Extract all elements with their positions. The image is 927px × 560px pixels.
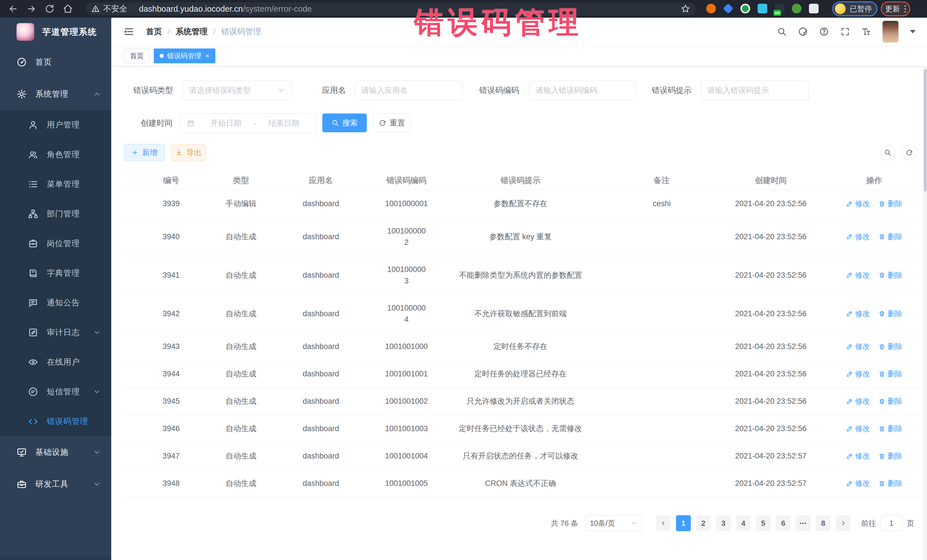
app-name-input[interactable]: [355, 81, 463, 100]
cell-remark: [608, 399, 716, 404]
delete-link[interactable]: 删除: [878, 478, 903, 489]
update-button[interactable]: 更新: [881, 2, 910, 16]
reload-icon[interactable]: [44, 4, 55, 14]
home-icon[interactable]: [63, 4, 73, 14]
hamburger-icon[interactable]: [123, 26, 135, 37]
app-title: 芋道管理系统: [42, 26, 97, 38]
breadcrumb-system[interactable]: 系统管理: [176, 26, 208, 37]
online-user-icon: [28, 357, 38, 367]
bookmark-star-icon[interactable]: [681, 4, 690, 14]
delete-link[interactable]: 删除: [878, 423, 903, 434]
close-tag-icon[interactable]: ×: [205, 52, 209, 59]
extension-gem-icon[interactable]: [723, 3, 734, 14]
sidebar-item-sms[interactable]: 短信管理: [0, 377, 111, 407]
edit-link[interactable]: 修改: [846, 270, 870, 281]
delete-link[interactable]: 删除: [878, 308, 903, 319]
delete-link[interactable]: 删除: [878, 198, 903, 209]
cell-code: 1001001005: [379, 475, 433, 492]
search-icon[interactable]: [777, 27, 787, 36]
page-button-2[interactable]: 2: [696, 515, 711, 531]
page-button-6[interactable]: 6: [776, 515, 791, 531]
refresh-table-button[interactable]: [902, 145, 917, 160]
delete-link[interactable]: 删除: [878, 341, 903, 352]
delete-link[interactable]: 删除: [878, 270, 903, 281]
more-pages-button[interactable]: •••: [796, 515, 811, 531]
profile-badge[interactable]: 已暂停: [832, 2, 877, 16]
cell-app: dashboard: [263, 305, 379, 322]
extension-green-icon[interactable]: [740, 4, 750, 14]
table-row: 3947自动生成dashboard1001001004只有开启状态的任务，才可以…: [123, 443, 923, 470]
edit-link[interactable]: 修改: [846, 308, 870, 319]
page-button-4[interactable]: 4: [736, 515, 751, 531]
export-button[interactable]: 导出: [171, 144, 206, 161]
sidebar-item-menu[interactable]: 菜单管理: [0, 169, 111, 199]
back-icon[interactable]: [8, 4, 18, 14]
edit-link[interactable]: 修改: [846, 231, 870, 242]
user-avatar[interactable]: [883, 21, 898, 42]
sidebar-item-dict[interactable]: 字典管理: [0, 258, 111, 288]
extension-bot-icon[interactable]: [792, 4, 801, 14]
edit-link[interactable]: 修改: [846, 341, 870, 352]
page-button-3[interactable]: 3: [716, 515, 731, 531]
extension-grid-icon[interactable]: [758, 4, 767, 14]
sidebar-item-online-user[interactable]: 在线用户: [0, 347, 111, 377]
cell-hint: 定时任务不存在: [433, 338, 608, 355]
error-code-input[interactable]: [529, 81, 635, 100]
breadcrumb-home[interactable]: 首页: [146, 26, 162, 37]
page-button-1[interactable]: 1: [676, 515, 691, 531]
extension-puzzle-icon[interactable]: [809, 4, 819, 14]
search-button[interactable]: 搜索: [322, 114, 367, 132]
font-size-icon[interactable]: [862, 27, 871, 36]
sidebar-item-infra[interactable]: 基础设施: [0, 436, 111, 468]
delete-link[interactable]: 删除: [878, 231, 903, 242]
sidebar-item-notice[interactable]: 通知公告: [0, 288, 111, 318]
edit-link[interactable]: 修改: [846, 423, 870, 434]
cell-id: 3941: [123, 267, 220, 284]
fullscreen-icon[interactable]: [840, 27, 850, 36]
sidebar-item-user[interactable]: 用户管理: [0, 110, 111, 140]
sidebar-item-home[interactable]: 首页: [0, 46, 111, 78]
edit-link[interactable]: 修改: [846, 451, 870, 461]
caret-down-icon[interactable]: [910, 30, 916, 33]
edit-link[interactable]: 修改: [846, 478, 870, 489]
page-button-8[interactable]: 8: [816, 515, 831, 531]
sidebar-item-role[interactable]: 角色管理: [0, 140, 111, 169]
sidebar-item-audit-log[interactable]: 审计日志: [0, 318, 111, 347]
create-time-label: 创建时间: [116, 114, 173, 133]
edit-link[interactable]: 修改: [846, 198, 870, 209]
error-type-select[interactable]: 请选择错误码类型: [182, 81, 292, 100]
date-range-picker[interactable]: 开始日期 - 结束日期: [180, 114, 316, 133]
edit-link[interactable]: 修改: [846, 396, 870, 407]
toggle-search-button[interactable]: [880, 145, 895, 160]
delete-link[interactable]: 删除: [878, 451, 903, 461]
github-icon[interactable]: [798, 27, 808, 36]
sidebar-item-dept[interactable]: 部门管理: [0, 199, 111, 229]
page-button-5[interactable]: 5: [756, 515, 771, 531]
next-page-button[interactable]: [836, 515, 851, 531]
extension-on-badge-icon[interactable]: on: [775, 4, 784, 14]
kebab-menu-icon[interactable]: [904, 5, 906, 12]
sidebar-item-system[interactable]: 系统管理: [0, 78, 111, 110]
add-button[interactable]: 新增: [124, 144, 164, 161]
tag-home[interactable]: 首页: [124, 49, 150, 63]
sidebar-item-post[interactable]: 岗位管理: [0, 229, 111, 258]
cell-hint: 定时任务的处理器已经存在: [433, 365, 608, 382]
tag-error-code[interactable]: 错误码管理 ×: [154, 49, 215, 63]
error-hint-input[interactable]: [701, 81, 809, 100]
delete-link[interactable]: 删除: [878, 396, 903, 407]
sidebar-item-devtools[interactable]: 研发工具: [0, 468, 111, 500]
scrollbar-thumb[interactable]: [924, 69, 927, 191]
address-bar[interactable]: 不安全 dashboard.yudao.iocoder.cn/system/er…: [85, 2, 696, 15]
reset-button[interactable]: 重置: [374, 114, 410, 132]
forward-icon[interactable]: [26, 4, 36, 14]
sidebar-item-error-code[interactable]: 错误码管理: [0, 407, 111, 436]
page-scrollbar[interactable]: [923, 18, 927, 560]
goto-page-input[interactable]: [880, 515, 902, 531]
delete-link[interactable]: 删除: [878, 369, 903, 379]
extension-orange-icon[interactable]: [706, 4, 716, 14]
help-icon[interactable]: [819, 27, 829, 36]
page-size-select[interactable]: 10条/页: [585, 515, 642, 531]
prev-page-button[interactable]: [656, 515, 671, 531]
logo-row[interactable]: 芋道管理系统: [0, 18, 111, 46]
edit-link[interactable]: 修改: [846, 369, 870, 379]
